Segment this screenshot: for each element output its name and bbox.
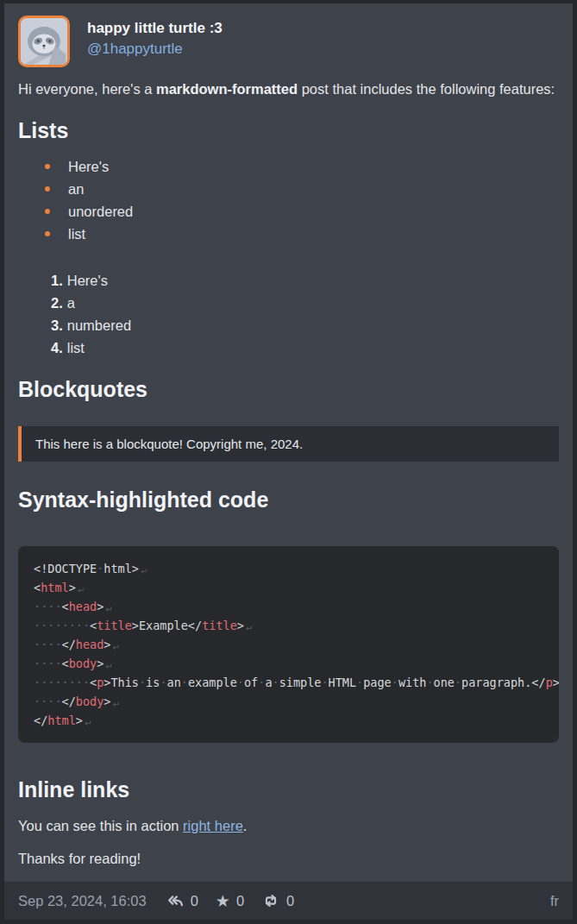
boost-count: 0	[286, 893, 294, 909]
links-pre: You can see this in action	[18, 818, 183, 833]
handle-link[interactable]: @1happyturtle	[87, 38, 183, 60]
inline-link[interactable]: right here	[183, 818, 243, 833]
heading-code: Syntax-highlighted code	[18, 487, 559, 512]
star-icon: ★	[216, 893, 230, 909]
post-header: happy little turtle :3 @1happyturtle	[18, 16, 559, 67]
intro-bold: markdown-formatted	[156, 81, 298, 97]
code-line: ····<head>↵	[34, 597, 543, 616]
boost-icon	[261, 891, 280, 910]
display-name: happy little turtle :3	[87, 19, 223, 38]
code-line: ····</body>↵	[34, 692, 543, 711]
post-card: happy little turtle :3 @1happyturtle Hi …	[4, 3, 573, 920]
code-block: <!DOCTYPE·html>↵<html>↵····<head>↵······…	[18, 546, 559, 743]
code-line: <!DOCTYPE·html>↵	[34, 559, 543, 578]
heading-inline-links: Inline links	[18, 777, 559, 802]
reply-icon	[166, 891, 185, 910]
blockquote: This here is a blockquote! Copyright me,…	[18, 426, 559, 462]
post-frame: happy little turtle :3 @1happyturtle Hi …	[0, 0, 577, 924]
timestamp: Sep 23, 2024, 16:03	[18, 893, 147, 909]
list-item: 2.a	[51, 292, 559, 314]
favourite-button[interactable]: ★ 0	[216, 893, 244, 909]
unordered-list: Here'sanunorderedlist	[18, 155, 559, 245]
language-tag: fr	[550, 893, 559, 909]
post-footer: Sep 23, 2024, 16:03 0 ★ 0	[4, 882, 573, 920]
list-item: list	[53, 223, 559, 245]
links-paragraph: You can see this in action right here.	[18, 814, 559, 837]
intro-pre: Hi everyone, here's a	[18, 81, 156, 97]
list-item: unordered	[53, 200, 559, 223]
sloth-avatar-image	[21, 18, 67, 65]
code-line: ····</head>↵	[34, 635, 543, 654]
reply-count: 0	[191, 893, 198, 909]
code-line: <html>↵	[34, 578, 543, 597]
code-line: ········<title>Example</title>↵	[34, 616, 543, 635]
reply-button[interactable]: 0	[166, 891, 198, 910]
favourite-count: 0	[236, 893, 244, 909]
list-item: 3.numbered	[51, 314, 559, 336]
code-line: </html>↵	[34, 711, 543, 730]
list-item: an	[53, 178, 559, 200]
code-line: ········<p>This·is·an·example·of·a·simpl…	[34, 673, 543, 692]
list-item: Here's	[53, 155, 559, 178]
intro-paragraph: Hi everyone, here's a markdown-formatted…	[18, 78, 559, 100]
ordered-list: 1.Here's2.a3.numbered4.list	[18, 269, 559, 359]
list-item: 4.list	[51, 336, 559, 359]
code-line: ····<body>↵	[34, 654, 543, 673]
avatar[interactable]	[18, 16, 70, 67]
heading-lists: Lists	[18, 118, 559, 143]
links-post: .	[243, 818, 248, 833]
intro-post: post that includes the following feature…	[298, 81, 555, 97]
post-content: happy little turtle :3 @1happyturtle Hi …	[4, 3, 573, 882]
boost-button[interactable]: 0	[261, 891, 294, 910]
outro-paragraph: Thanks for reading!	[18, 847, 559, 870]
list-item: 1.Here's	[51, 269, 559, 292]
author-names: happy little turtle :3 @1happyturtle	[87, 16, 223, 60]
heading-blockquotes: Blockquotes	[18, 377, 559, 402]
